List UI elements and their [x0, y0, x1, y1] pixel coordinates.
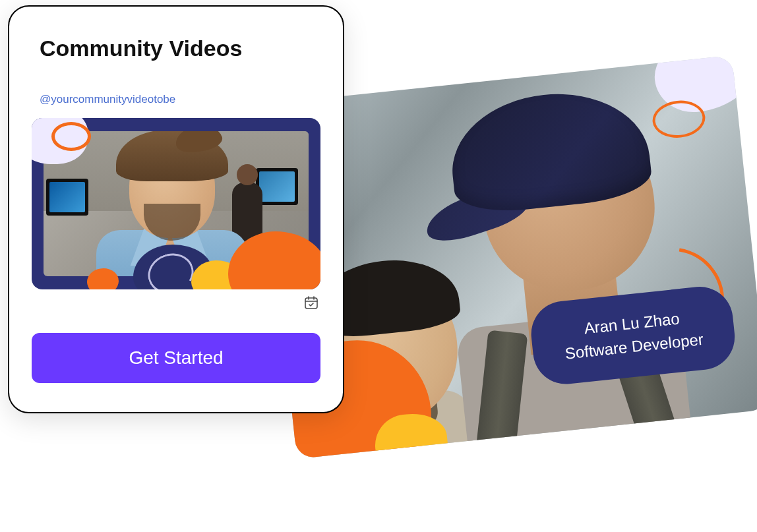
card-title: Community Videos [40, 36, 320, 61]
get-started-button[interactable]: Get Started [32, 333, 320, 383]
community-videos-card: Community Videos @yourcommunityvideotobe [8, 5, 344, 413]
community-handle-link[interactable]: @yourcommunityvideotobe [40, 93, 320, 106]
svg-rect-0 [305, 298, 317, 309]
calendar-icon[interactable] [303, 295, 319, 313]
decoration-blob [87, 268, 119, 289]
video-thumbnail[interactable] [32, 118, 320, 289]
decoration-ring [51, 122, 91, 151]
